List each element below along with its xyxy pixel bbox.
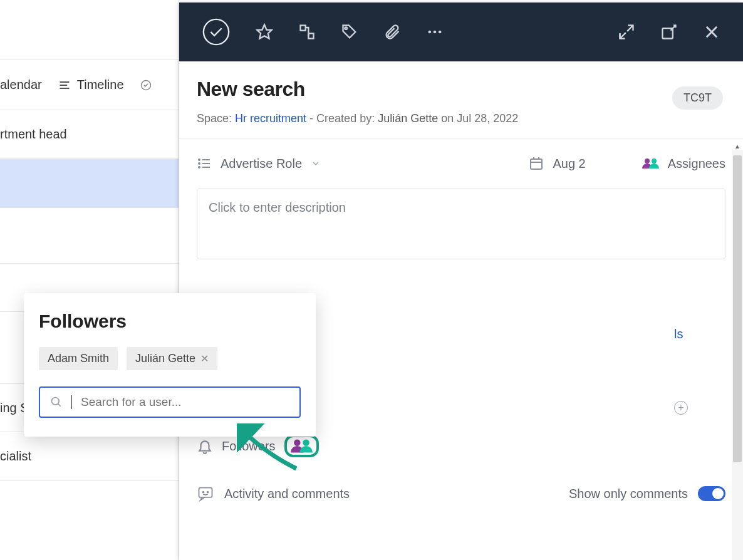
list-item-label: rtment head bbox=[0, 127, 67, 142]
left-header bbox=[0, 0, 179, 60]
text-cursor bbox=[71, 395, 72, 409]
svg-point-11 bbox=[439, 31, 442, 34]
calendar-tab[interactable]: alendar bbox=[0, 78, 42, 92]
due-date-label: Aug 2 bbox=[553, 157, 585, 171]
follower-chip[interactable]: Adam Smith bbox=[39, 347, 118, 370]
task-meta: Space: Hr recruitment - Created by: Juli… bbox=[197, 112, 725, 125]
svg-rect-7 bbox=[308, 33, 313, 38]
scrollbar[interactable]: ▲ ▼ bbox=[732, 150, 743, 560]
svg-point-9 bbox=[429, 31, 432, 34]
creator-name: Julián Gette bbox=[378, 112, 438, 125]
star-icon[interactable] bbox=[256, 23, 273, 41]
svg-point-26 bbox=[203, 492, 204, 493]
chip-label: Julián Gette bbox=[135, 352, 195, 365]
on-label: on bbox=[441, 112, 454, 125]
list-icon bbox=[197, 156, 212, 171]
attachment-icon[interactable] bbox=[383, 23, 401, 41]
follower-chips: Adam Smith Julián Gette ✕ bbox=[39, 347, 301, 370]
status-label: Advertise Role bbox=[221, 157, 302, 171]
people-icon bbox=[642, 158, 659, 169]
svg-point-28 bbox=[52, 398, 60, 405]
left-panel: alendar Timeline rtment head ing Seciali… bbox=[0, 0, 179, 560]
status-selector[interactable]: Advertise Role bbox=[197, 156, 510, 171]
svg-rect-6 bbox=[301, 26, 306, 31]
check-circle-icon[interactable] bbox=[140, 80, 152, 91]
activity-label: Activity and comments bbox=[224, 487, 350, 501]
task-properties: Advertise Role Aug 2 Assignees bbox=[179, 138, 743, 189]
created-date: Jul 28, 2022 bbox=[457, 112, 518, 125]
scroll-thumb[interactable] bbox=[733, 155, 742, 462]
popover-title: Followers bbox=[39, 311, 301, 332]
svg-line-29 bbox=[58, 404, 61, 407]
svg-point-15 bbox=[199, 159, 200, 160]
svg-point-27 bbox=[207, 492, 209, 493]
timeline-icon bbox=[58, 79, 71, 91]
activity-row: Activity and comments Show only comments bbox=[179, 485, 743, 502]
link-fragment[interactable]: ls bbox=[674, 327, 683, 341]
follower-search[interactable] bbox=[39, 386, 301, 418]
task-id-badge[interactable]: TC9T bbox=[672, 86, 723, 110]
list-item[interactable] bbox=[0, 159, 179, 208]
list-item[interactable]: cialist bbox=[0, 432, 179, 481]
svg-point-16 bbox=[199, 163, 200, 164]
task-body: New search Space: Hr recruitment - Creat… bbox=[179, 61, 743, 125]
svg-marker-5 bbox=[257, 24, 271, 38]
show-only-comments-label: Show only comments bbox=[569, 487, 688, 501]
search-icon bbox=[50, 396, 63, 408]
space-link[interactable]: Hr recruitment bbox=[235, 112, 306, 125]
chevron-down-icon bbox=[311, 158, 321, 169]
remove-chip-icon[interactable]: ✕ bbox=[200, 353, 209, 365]
created-by-label: - Created by: bbox=[309, 112, 375, 125]
followers-popover: Followers Adam Smith Julián Gette ✕ bbox=[24, 293, 316, 437]
left-toolbar: alendar Timeline bbox=[0, 60, 179, 110]
close-icon[interactable] bbox=[703, 23, 720, 41]
svg-rect-21 bbox=[531, 159, 542, 169]
add-button[interactable]: + bbox=[674, 401, 688, 415]
people-icon bbox=[291, 440, 313, 453]
followers-row: Followers bbox=[179, 435, 743, 457]
task-panel: New search Space: Hr recruitment - Creat… bbox=[179, 3, 743, 560]
followers-people-button[interactable] bbox=[284, 435, 319, 457]
complete-circle-icon[interactable] bbox=[202, 18, 231, 46]
space-label: Space: bbox=[197, 112, 232, 125]
more-icon[interactable] bbox=[426, 23, 444, 41]
description-box[interactable]: Click to enter description bbox=[197, 189, 725, 259]
svg-point-4 bbox=[204, 19, 229, 44]
calendar-icon bbox=[529, 156, 544, 171]
timeline-label: Timeline bbox=[77, 78, 124, 92]
open-new-icon[interactable] bbox=[660, 23, 678, 41]
timeline-tab[interactable]: Timeline bbox=[58, 78, 124, 92]
bell-icon bbox=[197, 438, 213, 454]
scroll-up-icon[interactable]: ▲ bbox=[734, 143, 740, 150]
tag-icon[interactable] bbox=[341, 23, 358, 41]
expand-icon[interactable] bbox=[618, 23, 635, 41]
svg-point-17 bbox=[199, 167, 200, 168]
due-date[interactable]: Aug 2 bbox=[529, 156, 585, 171]
assignees-label: Assignees bbox=[668, 157, 725, 171]
svg-rect-25 bbox=[199, 488, 212, 497]
followers-label: Followers bbox=[222, 439, 276, 454]
svg-point-8 bbox=[345, 27, 347, 29]
comment-icon bbox=[197, 485, 214, 502]
assignees[interactable]: Assignees bbox=[642, 157, 725, 171]
task-toolbar bbox=[179, 3, 743, 61]
calendar-label: alendar bbox=[0, 78, 42, 92]
svg-point-10 bbox=[434, 31, 437, 34]
list-item[interactable]: rtment head bbox=[0, 110, 179, 159]
list-item-label: cialist bbox=[0, 449, 31, 464]
show-only-comments-toggle[interactable] bbox=[698, 486, 725, 501]
subtask-icon[interactable] bbox=[298, 23, 316, 41]
follower-chip[interactable]: Julián Gette ✕ bbox=[127, 347, 217, 370]
chip-label: Adam Smith bbox=[48, 352, 109, 365]
follower-search-input[interactable] bbox=[81, 395, 289, 409]
task-title[interactable]: New search bbox=[197, 78, 725, 101]
